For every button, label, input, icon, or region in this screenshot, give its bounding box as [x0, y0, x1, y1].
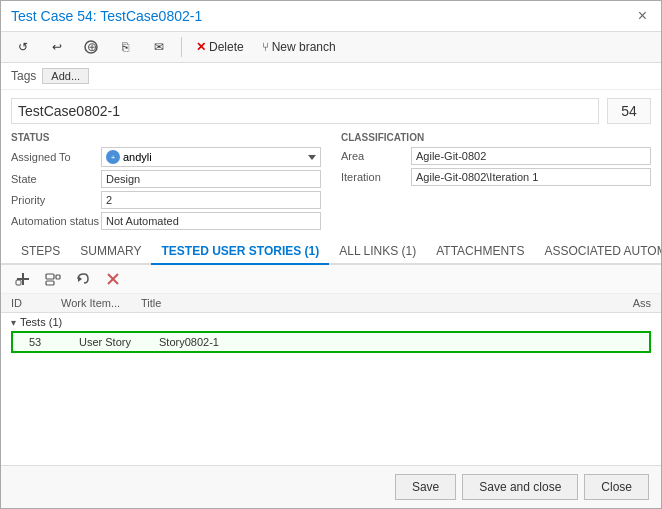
- refresh-icon: ↺: [15, 39, 31, 55]
- automation-label: Automation status: [11, 215, 101, 227]
- toolbar: ↺ ↩ ⊕ ⎘ ✉ ✕ Delete ⑂ New branch: [1, 32, 661, 63]
- table-header: ID Work Item... Title Ass: [1, 294, 661, 313]
- svg-rect-5: [46, 274, 54, 279]
- svg-rect-4: [16, 280, 21, 285]
- table-row[interactable]: 53 User Story Story0802-1: [11, 331, 651, 353]
- undo-link-icon: [75, 271, 91, 287]
- new-branch-button[interactable]: ⑂ New branch: [256, 37, 342, 57]
- undo-icon: ↩: [49, 39, 65, 55]
- automation-select[interactable]: Not Automated: [101, 212, 321, 230]
- assigned-to-row: Assigned To + andyli: [11, 147, 321, 167]
- delete-button[interactable]: ✕ Delete: [190, 37, 250, 57]
- tab-all-links[interactable]: ALL LINKS (1): [329, 239, 426, 263]
- tab-steps[interactable]: STEPS: [11, 239, 70, 263]
- add-tag-button[interactable]: Add...: [42, 68, 89, 84]
- assigned-to-label: Assigned To: [11, 151, 101, 163]
- work-item-id-field: [607, 98, 651, 124]
- automation-field[interactable]: Not Automated: [101, 212, 321, 230]
- state-select[interactable]: Design: [101, 170, 321, 188]
- col-header-title: Title: [141, 297, 611, 309]
- cell-workitem: User Story: [79, 336, 159, 348]
- svg-text:⊕: ⊕: [87, 40, 97, 54]
- status-section-title: STATUS: [11, 132, 321, 143]
- add-child-button[interactable]: [41, 269, 65, 289]
- status-group: STATUS Assigned To + andyli State: [11, 128, 321, 233]
- state-field[interactable]: Design: [101, 170, 321, 188]
- refresh-button[interactable]: ↺: [9, 36, 37, 58]
- assigned-to-chevron: [308, 155, 316, 160]
- col-header-assigned: Ass: [611, 297, 651, 309]
- cell-title: Story0802-1: [159, 336, 593, 348]
- link-table: ID Work Item... Title Ass ▾ Tests (1) 53…: [1, 294, 661, 465]
- copy-icon: ⎘: [117, 39, 133, 55]
- window-close-button[interactable]: ×: [634, 7, 651, 25]
- tabs-bar: STEPS SUMMARY TESTED USER STORIES (1) AL…: [1, 239, 661, 265]
- delete-link-icon: [105, 271, 121, 287]
- col-header-workitem: Work Item...: [61, 297, 141, 309]
- mail-button[interactable]: ✉: [145, 36, 173, 58]
- fields-area: STATUS Assigned To + andyli State: [1, 128, 661, 233]
- user-avatar: +: [106, 150, 120, 164]
- priority-row: Priority 2: [11, 191, 321, 209]
- svg-rect-3: [22, 273, 24, 285]
- footer-bar: Save Save and close Close: [1, 465, 661, 508]
- title-row: [1, 90, 661, 128]
- save-button[interactable]: Save: [395, 474, 456, 500]
- group-row[interactable]: ▾ Tests (1): [11, 313, 651, 331]
- branch-icon: ⑂: [262, 40, 269, 54]
- area-select[interactable]: Agile-Git-0802: [411, 147, 651, 165]
- priority-field[interactable]: 2: [101, 191, 321, 209]
- tags-label: Tags: [11, 69, 36, 83]
- priority-select[interactable]: 2: [101, 191, 321, 209]
- delete-link-button[interactable]: [101, 269, 125, 289]
- mail-icon: ✉: [151, 39, 167, 55]
- content-area: STATUS Assigned To + andyli State: [1, 90, 661, 465]
- table-body: ▾ Tests (1) 53 User Story Story0802-1: [1, 313, 661, 353]
- close-button[interactable]: Close: [584, 474, 649, 500]
- delete-label: Delete: [209, 40, 244, 54]
- tab-summary[interactable]: SUMMARY: [70, 239, 151, 263]
- copy-button[interactable]: ⎘: [111, 36, 139, 58]
- toolbar-separator: [181, 37, 182, 57]
- classification-section-title: CLASSIFICATION: [341, 132, 651, 143]
- title-bar: Test Case 54: TestCase0802-1 ×: [1, 1, 661, 32]
- automation-row: Automation status Not Automated: [11, 212, 321, 230]
- svg-marker-8: [78, 276, 82, 282]
- tab-associated-automation[interactable]: ASSOCIATED AUTOMATION: [534, 239, 661, 263]
- area-row: Area Agile-Git-0802: [341, 147, 651, 165]
- area-label: Area: [341, 150, 411, 162]
- state-row: State Design: [11, 170, 321, 188]
- col-header-id: ID: [11, 297, 61, 309]
- delete-icon: ✕: [196, 40, 206, 54]
- iteration-field[interactable]: Agile-Git-0802\Iteration 1: [411, 168, 651, 186]
- add-link-icon: [15, 271, 31, 287]
- main-window: Test Case 54: TestCase0802-1 × ↺ ↩ ⊕ ⎘ ✉…: [0, 0, 662, 509]
- cell-id: 53: [29, 336, 79, 348]
- window-title: Test Case 54: TestCase0802-1: [11, 8, 202, 24]
- iteration-label: Iteration: [341, 171, 411, 183]
- new-branch-label: New branch: [272, 40, 336, 54]
- group-arrow-icon: ▾: [11, 317, 16, 328]
- iteration-row: Iteration Agile-Git-0802\Iteration 1: [341, 168, 651, 186]
- iteration-select[interactable]: Agile-Git-0802\Iteration 1: [411, 168, 651, 186]
- tab-attachments[interactable]: ATTACHMENTS: [426, 239, 534, 263]
- save-and-close-button[interactable]: Save and close: [462, 474, 578, 500]
- classification-group: CLASSIFICATION Area Agile-Git-0802 Itera…: [341, 128, 651, 233]
- priority-label: Priority: [11, 194, 101, 206]
- tags-bar: Tags Add...: [1, 63, 661, 90]
- add-child-icon: [45, 271, 61, 287]
- svg-rect-6: [46, 281, 54, 285]
- undo-link-button[interactable]: [71, 269, 95, 289]
- assigned-to-value: andyli: [123, 151, 308, 163]
- area-field[interactable]: Agile-Git-0802: [411, 147, 651, 165]
- add-link-button[interactable]: [11, 269, 35, 289]
- revert-icon: ⊕: [83, 39, 99, 55]
- revert-button[interactable]: ⊕: [77, 36, 105, 58]
- state-label: State: [11, 173, 101, 185]
- undo-button[interactable]: ↩: [43, 36, 71, 58]
- group-label: Tests (1): [20, 316, 62, 328]
- svg-rect-7: [56, 275, 60, 279]
- tab-tested-user-stories[interactable]: TESTED USER STORIES (1): [151, 239, 329, 265]
- sub-toolbar: [1, 265, 661, 294]
- work-item-title-input[interactable]: [11, 98, 599, 124]
